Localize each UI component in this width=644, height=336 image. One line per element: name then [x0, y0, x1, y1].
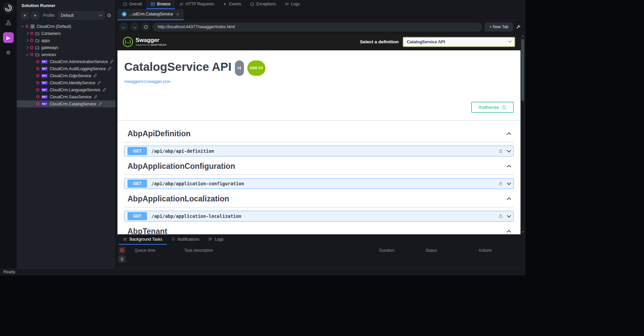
tab-browse[interactable]: Browse [146, 0, 175, 9]
tree-item-administration-service[interactable]: NET CloudCrm.AdministrationService [17, 58, 115, 65]
chevron-down-icon[interactable] [26, 53, 29, 55]
tree-item-label: CloudCrm.LanguageService [50, 88, 100, 92]
tag-section-abpapplicationconfiguration: AbpApplicationConfiguration GET /api/abp… [124, 157, 514, 189]
scroll-down-icon[interactable]: ▼ [522, 230, 524, 234]
tag-section-header[interactable]: AbpApiDefinition [124, 125, 514, 142]
browser-tab[interactable]: ...udCrm.CatalogService × [118, 9, 184, 20]
settings-icon[interactable]: ⚙ [3, 47, 14, 58]
authorize-button[interactable]: Authorize [471, 102, 514, 113]
operation-get-api-definition[interactable]: GET /api/abp/api-definition [124, 146, 514, 156]
tree-item-identity-service[interactable]: NET CloudCrm.IdentityService [17, 79, 115, 86]
tab-label: Browse [157, 2, 170, 6]
lightning-icon [223, 2, 227, 6]
abp-logo-icon[interactable] [3, 3, 14, 13]
chevron-down-icon[interactable] [507, 213, 511, 218]
chevron-down-icon[interactable] [507, 181, 511, 185]
tag-section-header[interactable]: AbpApplicationConfiguration [124, 157, 514, 175]
clear-tasks-button[interactable] [118, 255, 126, 262]
tag-name: AbpApplicationConfiguration [128, 161, 235, 171]
operation-path: /api/abp/application-configuration [151, 181, 244, 186]
tree-item-language-service[interactable]: NET CloudCrm.LanguageService [17, 86, 115, 93]
chevron-right-icon[interactable] [26, 32, 29, 35]
tab-notifications[interactable]: Notifications [167, 235, 204, 245]
unlock-icon [502, 105, 506, 110]
new-tab-button[interactable]: + New Tab [485, 22, 513, 32]
tree-item-gdpr-service[interactable]: NET CloudCrm.GdprService [17, 72, 115, 79]
status-ring-icon [36, 74, 39, 77]
double-chevron-up-icon: « [22, 14, 27, 17]
close-tab-icon[interactable]: × [176, 12, 180, 17]
column-header-status: Status [426, 248, 476, 253]
folder-icon [35, 53, 39, 56]
tree-item-gateways[interactable]: gateways [17, 44, 115, 51]
forward-button[interactable]: → [130, 22, 139, 31]
scrollbar[interactable]: ▲ ▼ [521, 34, 525, 234]
link-icon [110, 60, 113, 63]
column-header-duration: Duration [379, 248, 423, 253]
solution-runner-icon[interactable]: ▶ [3, 32, 14, 43]
scrollbar-thumb[interactable] [521, 39, 524, 101]
lock-icon[interactable] [499, 181, 503, 186]
tag-name: AbpApplicationLocalization [128, 194, 229, 204]
bell-icon [171, 237, 175, 241]
tree-item-label: CloudCrm (Default) [37, 24, 71, 29]
definition-select[interactable]: CatalogService API [403, 37, 515, 47]
tab-http-requests[interactable]: HTTP Requests [175, 0, 218, 9]
tree-item-solution-root[interactable]: CloudCrm (Default) [17, 23, 115, 30]
tree-item-saas-service[interactable]: NET CloudCrm.SaasService [17, 93, 115, 100]
scroll-up-icon[interactable]: ▲ [522, 34, 524, 38]
tab-exceptions[interactable]: Exceptions [246, 0, 281, 9]
status-ring-icon [30, 53, 33, 56]
tree-item-services[interactable]: services [17, 51, 115, 58]
operation-get-application-configuration[interactable]: GET /api/abp/application-configuration [124, 178, 514, 189]
back-button[interactable]: ← [119, 22, 128, 31]
chevron-right-icon[interactable] [26, 39, 29, 42]
tree-item-apps[interactable]: apps [17, 37, 115, 44]
folder-icon [35, 32, 39, 35]
tag-section-header[interactable]: AbpTenant [124, 222, 514, 234]
spec-link[interactable]: /swagger/v1/swagger.json [124, 79, 170, 84]
link-icon [102, 88, 106, 92]
method-badge: GET [128, 212, 147, 220]
tab-background-tasks[interactable]: Background Tasks [118, 235, 167, 245]
link-icon [94, 95, 97, 99]
tab-label: Background Tasks [130, 237, 162, 242]
runner-settings-button[interactable]: ⚙ [107, 12, 111, 18]
collapse-all-button[interactable]: « [21, 12, 29, 19]
tab-events[interactable]: Events [218, 0, 246, 9]
chevron-down-icon[interactable] [21, 25, 24, 27]
tab-logs[interactable]: Logs [281, 0, 304, 9]
chevron-up-icon[interactable] [507, 197, 511, 202]
task-list-icon [123, 237, 127, 241]
chevron-down-icon[interactable] [507, 148, 511, 153]
tree-item-label: services [41, 52, 56, 57]
lock-icon[interactable] [499, 214, 503, 219]
cancel-all-tasks-button[interactable] [118, 247, 126, 254]
chevron-right-icon[interactable] [26, 46, 29, 49]
tab-overall[interactable]: Overall [118, 0, 146, 9]
chevron-up-icon[interactable] [507, 230, 511, 234]
lock-icon[interactable] [499, 149, 503, 153]
tree-item-catalog-service[interactable]: NET CloudCrm.CatalogService [17, 100, 115, 107]
operation-get-application-localization[interactable]: GET /api/abp/application-localization [124, 211, 514, 222]
tab-label: Logs [215, 237, 224, 242]
scheme-container: Authorize [117, 98, 521, 121]
tree-item-containers[interactable]: Containers [17, 30, 115, 37]
devtools-wrench-icon[interactable] [516, 25, 521, 29]
refresh-button[interactable] [141, 22, 150, 31]
status-bar: Ready. [0, 269, 525, 275]
tab-bottom-logs[interactable]: Logs [204, 235, 228, 245]
swagger-page: {…} Swagger Supported by SMARTBEAR Selec… [117, 34, 521, 234]
expand-all-button[interactable]: » [31, 12, 39, 19]
tree-item-label: CloudCrm.CatalogService [50, 102, 96, 106]
tag-section-abpapplicationlocalization: AbpApplicationLocalization GET /api/abp/… [124, 190, 514, 222]
chevron-up-icon[interactable] [507, 132, 511, 137]
url-input[interactable] [152, 22, 482, 32]
tree-item-auditlogging-service[interactable]: NET CloudCrm.AuditLoggingService [17, 65, 115, 72]
link-icon [93, 74, 97, 78]
chevron-up-icon[interactable] [507, 165, 511, 169]
main-area: Overall Browse HTTP Requests Events [116, 0, 525, 269]
profile-select[interactable]: Default [58, 11, 104, 19]
solution-explorer-icon[interactable] [3, 17, 14, 28]
tag-section-header[interactable]: AbpApplicationLocalization [124, 190, 514, 207]
